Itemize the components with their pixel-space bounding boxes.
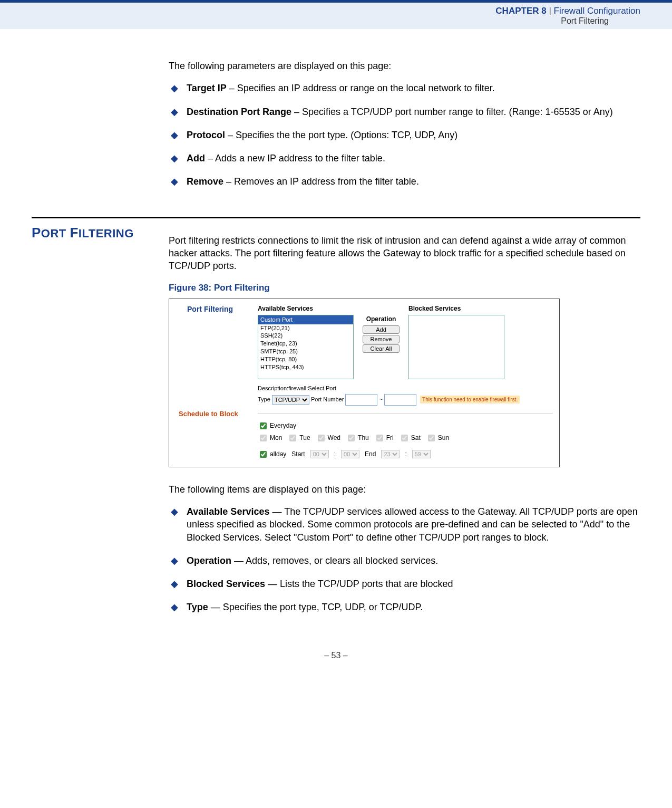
chapter-title: Firewall Configuration (554, 6, 640, 16)
desc: — Specifies the port type, TCP, UDP, or … (208, 602, 423, 612)
list-item: Remove – Removes an IP address from the … (169, 175, 640, 188)
desc: – Adds a new IP address to the filter ta… (205, 153, 385, 163)
page-header: CHAPTER 8 | Firewall Configuration Port … (0, 0, 672, 29)
day-checkbox-thu[interactable]: Thu (346, 433, 369, 443)
blocked-services-label: Blocked Services (408, 304, 504, 313)
remove-button[interactable]: Remove (363, 335, 400, 343)
term: Target IP (187, 83, 227, 93)
clear-all-button[interactable]: Clear All (363, 344, 400, 353)
term: Operation (187, 555, 231, 566)
end-min-select[interactable]: 59 (412, 450, 431, 458)
day-checkbox-mon[interactable]: Mon (258, 433, 282, 443)
port-end-input[interactable] (384, 394, 416, 406)
service-option[interactable]: HTTP(tcp, 80) (258, 355, 353, 363)
day-checkbox-sat[interactable]: Sat (399, 433, 421, 443)
list-item: Target IP – Specifies an IP address or r… (169, 82, 640, 94)
desc: — Lists the TCP/UDP ports that are block… (265, 579, 453, 589)
port-start-input[interactable] (345, 394, 377, 406)
service-option[interactable]: HTTPS(tcp, 443) (258, 363, 353, 371)
fig-schedule-label: Schedule to Block (169, 314, 254, 419)
desc: – Specifies an IP address or range on th… (227, 83, 495, 93)
list-item: Add – Adds a new IP address to the filte… (169, 152, 640, 165)
chapter-label: CHAPTER 8 (495, 6, 546, 16)
everyday-checkbox[interactable]: Everyday (258, 421, 296, 431)
allday-checkbox[interactable]: allday (258, 449, 286, 459)
service-option[interactable]: SSH(22) (258, 332, 353, 340)
figure-screenshot: Port Filtering Schedule to Block Availab… (169, 299, 560, 467)
desc: — Adds, removes, or clears all blocked s… (231, 555, 438, 566)
section-heading: PORT FILTERING (32, 225, 169, 241)
list-item: Type — Specifies the port type, TCP, UDP… (169, 601, 640, 613)
desc: – Specifies the the port type. (Options:… (225, 130, 457, 140)
end-label: End (365, 450, 376, 458)
service-option[interactable]: Telnet(tcp, 23) (258, 340, 353, 348)
figure-caption: Figure 38: Port Filtering (169, 282, 640, 294)
time-colon: : (334, 450, 336, 458)
term: Blocked Services (187, 579, 265, 589)
firewall-warning: This function need to enable firewall fi… (420, 396, 520, 403)
start-label: Start (291, 450, 305, 458)
operation-label: Operation (360, 315, 402, 323)
intro-paragraph-3: The following items are displayed on thi… (169, 483, 640, 496)
desc: – Removes an IP address from the filter … (223, 176, 419, 187)
tilde: ~ (379, 396, 382, 402)
service-option[interactable]: FTP(20,21) (258, 324, 353, 332)
fig-side-title: Port Filtering (169, 299, 254, 314)
page-number: – 53 – (0, 635, 672, 671)
list-item: Operation — Adds, removes, or clears all… (169, 554, 640, 567)
term: Available Services (187, 506, 269, 517)
parameter-list-2: Available Services — The TCP/UDP service… (169, 505, 640, 614)
type-select[interactable]: TCP/UDP (272, 395, 309, 405)
available-services-label: Available Services (258, 304, 354, 313)
list-item: Protocol – Specifies the the port type. … (169, 129, 640, 141)
term: Protocol (187, 130, 225, 140)
time-colon: : (405, 450, 406, 458)
day-checkbox-fri[interactable]: Fri (374, 433, 394, 443)
list-item: Available Services — The TCP/UDP service… (169, 505, 640, 544)
intro-paragraph-1: The following parameters are displayed o… (169, 60, 640, 72)
section-divider (32, 217, 640, 218)
term: Type (187, 602, 208, 612)
port-number-label: Port Number (311, 396, 344, 402)
start-min-select[interactable]: 00 (341, 450, 359, 458)
end-hour-select[interactable]: 23 (381, 450, 400, 458)
section-paragraph: Port filtering restricts connections to … (169, 234, 640, 273)
chapter-subtitle: Port Filtering (0, 16, 640, 26)
blocked-services-listbox[interactable] (408, 315, 504, 379)
service-option[interactable]: SMTP(tcp, 25) (258, 348, 353, 355)
fig-divider (258, 413, 553, 413)
desc: – Specifies a TCP/UDP port number range … (291, 107, 613, 117)
start-hour-select[interactable]: 00 (310, 450, 329, 458)
header-separator: | (549, 6, 551, 16)
term: Destination Port Range (187, 107, 291, 117)
day-checkbox-tue[interactable]: Tue (287, 433, 310, 443)
service-option[interactable]: Custom Port (258, 315, 353, 324)
term: Add (187, 153, 205, 163)
list-item: Destination Port Range – Specifies a TCP… (169, 105, 640, 118)
list-item: Blocked Services — Lists the TCP/UDP por… (169, 578, 640, 590)
parameter-list-1: Target IP – Specifies an IP address or r… (169, 82, 640, 188)
description-label: Description:firewall:Select Port (258, 384, 553, 392)
available-services-listbox[interactable]: Custom Port FTP(20,21) SSH(22) Telnet(tc… (258, 315, 354, 379)
day-checkbox-sun[interactable]: Sun (426, 433, 449, 443)
term: Remove (187, 176, 223, 187)
day-checkbox-wed[interactable]: Wed (316, 433, 340, 443)
add-button[interactable]: Add (363, 325, 400, 334)
type-label: Type (258, 396, 270, 402)
